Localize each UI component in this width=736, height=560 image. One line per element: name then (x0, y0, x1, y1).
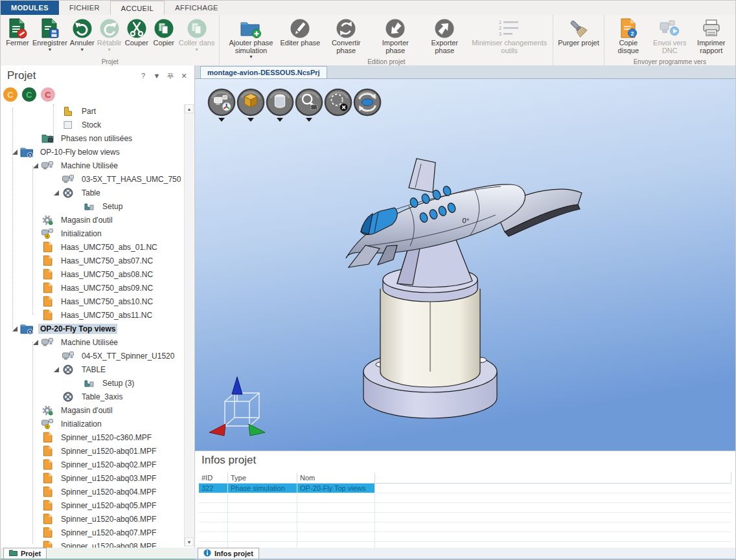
tree-item-op-10-fly-below-views[interactable]: 5OP-10-Fly below views (1, 145, 185, 159)
expand-arrow[interactable] (30, 340, 40, 345)
tree-item-label: TABLE (80, 364, 108, 375)
tree-item-spinner-u1520-abq07-mpf[interactable]: Spinner_u1520-abq07.MPF (1, 526, 185, 539)
purger-projet-button[interactable]: Purger projet (557, 16, 601, 48)
expand-arrow[interactable] (10, 326, 19, 331)
cell-type: Phase simulation (228, 484, 297, 493)
tree-item-table[interactable]: Table (1, 186, 185, 199)
selection-clear-icon (324, 88, 352, 117)
tab-affichage[interactable]: AFFICHAGE (165, 1, 229, 15)
tree-item-haas-umc750-abs08-nc[interactable]: Haas_UMC750_abs08.NC (1, 267, 185, 281)
infos-dock-tabbar: Infos projet (195, 548, 736, 560)
scroll-down-button[interactable]: ▼ (185, 537, 194, 546)
tree-item-spinner-u1520-abq01-mpf[interactable]: Spinner_u1520-abq01.MPF (1, 444, 185, 458)
tree-item-initialization[interactable]: Initialization (1, 227, 185, 240)
copie-disque-button[interactable]: 2Copie disque (608, 16, 649, 55)
machine-display-button[interactable] (207, 88, 236, 122)
tree-item-haas-umc750-abs09-nc[interactable]: Haas_UMC750_abs09.NC (1, 281, 185, 295)
envoi-vers-dnc-label: Envoi vers DNC (650, 39, 689, 54)
tree-item-stock[interactable]: Stock (1, 118, 185, 131)
tree-item-setup-3[interactable]: Setup (3) (1, 376, 185, 390)
tree-item-03-5x-tt-haas-umc-750[interactable]: 03-5X_TT_HAAS_UMC_750 (1, 172, 185, 186)
red-c-button[interactable]: C (41, 87, 55, 102)
table-empty-row (199, 522, 731, 532)
dropdown-arrow-icon[interactable] (247, 118, 254, 122)
expand-arrow[interactable] (51, 367, 61, 372)
refresh-view-button[interactable] (352, 88, 382, 122)
annuler-button[interactable]: Annuler▼ (69, 16, 96, 52)
couper-button[interactable]: Couper (123, 16, 150, 48)
zoom-tools-button[interactable] (294, 88, 323, 122)
tree-item-haas-umc750-abs-01-nc[interactable]: Haas_UMC750_abs_01.NC (1, 240, 185, 254)
stock-cylinder-display-button[interactable] (265, 88, 294, 122)
chevron-down-icon[interactable]: ▼ (153, 72, 161, 80)
tree-item-haas-umc750-abs10-nc[interactable]: Haas_UMC750_abs10.NC (1, 295, 185, 308)
tree-item-part[interactable]: Part (1, 104, 185, 118)
table-icon (61, 392, 75, 402)
tree-item-initialization[interactable]: Initialization (1, 417, 185, 431)
tree-item-setup[interactable]: Setup (1, 199, 185, 213)
scroll-up-button[interactable]: ▲ (185, 104, 194, 113)
stock-cube-display-button[interactable] (236, 88, 265, 122)
selection-clear-button[interactable] (323, 88, 352, 122)
tab-fichier[interactable]: FICHIER (59, 1, 110, 15)
ribbon-group-misc: Purger projet (553, 15, 604, 65)
convertir-phase-button[interactable]: Convertir phase (321, 16, 371, 55)
expand-arrow[interactable] (51, 190, 61, 196)
tree-item-label: Haas_UMC750_abs10.NC (59, 297, 155, 307)
3d-viewport[interactable]: 0° (195, 79, 736, 451)
enregistrer-button[interactable]: Enregistrer▼ (31, 16, 69, 52)
help-icon[interactable]: ? (139, 72, 147, 80)
infos-dock-tab[interactable]: Infos projet (198, 548, 259, 559)
editer-phase-button[interactable]: Editer phase (279, 16, 321, 48)
tree-item-spinner-u1520-abq05-mpf[interactable]: Spinner_u1520-abq05.MPF (1, 498, 185, 512)
tree-item-label: Table_3axis (80, 392, 124, 402)
tree-item-spinner-u1520-abq03-mpf[interactable]: Spinner_u1520-abq03.MPF (1, 471, 185, 485)
ajouter-phase-simulation-button[interactable]: Ajouter phase simulation▼ (223, 16, 279, 60)
pin-icon[interactable]: 푸 (167, 72, 174, 80)
tree-item-magasin-d-outil[interactable]: Magasin d'outil (1, 403, 185, 417)
table-row[interactable]: 322Phase simulationOP-20-Fly Top views (199, 484, 731, 493)
tree-item-spinner-u1520-abq08-mpf[interactable]: Spinner_u1520-abq08.MPF (1, 539, 185, 548)
expand-arrow[interactable] (10, 150, 19, 155)
document-tab[interactable]: montage-avion-DESSOUS.NcsPrj (200, 66, 327, 78)
close-icon[interactable]: ✕ (180, 72, 188, 80)
tree-item-haas-umc750-abs07-nc[interactable]: Haas_UMC750_abs07.NC (1, 254, 185, 267)
project-dock-tabbar: Projet (1, 548, 195, 560)
imprimer-rapport-button[interactable]: Imprimer rapport (691, 16, 732, 55)
green-c-button[interactable]: C (22, 87, 36, 102)
tree-item-label: Spinner_u1520-abq04.MPF (59, 487, 158, 497)
orange-c-button[interactable]: C (3, 87, 17, 102)
column-header-id[interactable]: #ID (199, 473, 228, 484)
tree-item-phases-non-utilisees[interactable]: Phases non utilisées (1, 131, 185, 145)
ajouter-phase-simulation-label: Ajouter phase simulation (224, 39, 277, 54)
tree-item-04-5x-tt-spinner-u1520[interactable]: 04-5X_TT_Spinner_U1520 (1, 349, 185, 363)
tree-item-spinner-u1520-abq04-mpf[interactable]: Spinner_u1520-abq04.MPF (1, 485, 185, 498)
tree-item-label: Magasin d'outil (59, 405, 115, 416)
tree-item-op-20-fly-top-views[interactable]: 5OP-20-Fly Top views (1, 322, 185, 335)
tree-item-machine-utilisee[interactable]: Machine Utilisée (1, 159, 185, 172)
tree-item-magasin-d-outil[interactable]: Magasin d'outil (1, 213, 185, 227)
expand-arrow-icon (54, 367, 59, 372)
project-dock-tab[interactable]: Projet (3, 548, 47, 559)
dropdown-arrow-icon[interactable] (218, 118, 225, 122)
tree-item-spinner-u1520-abq02-mpf[interactable]: Spinner_u1520-abq02.MPF (1, 458, 185, 471)
exporter-phase-button[interactable]: Exporter phase (420, 16, 469, 55)
tree-item-haas-umc750-abs11-nc[interactable]: Haas_UMC750_abs11.NC (1, 308, 185, 322)
tree-item-table[interactable]: TABLE (1, 363, 185, 376)
tab-accueil[interactable]: ACCUEIL (110, 1, 165, 15)
column-header-nom[interactable]: Nom (297, 473, 375, 484)
importer-phase-button[interactable]: Importer phase (371, 16, 420, 55)
dropdown-arrow-icon[interactable] (277, 118, 283, 122)
nc-file-icon (40, 296, 54, 307)
tree-item-machine-utilisee[interactable]: Machine Utilisée (1, 335, 185, 349)
column-header-type[interactable]: Type (228, 473, 297, 484)
fermer-button[interactable]: Fermer (4, 16, 31, 48)
expand-arrow[interactable] (30, 163, 40, 168)
tab-modules[interactable]: MODULES (1, 1, 59, 15)
tree-item-spinner-u1520-abq06-mpf[interactable]: Spinner_u1520-abq06.MPF (1, 512, 185, 526)
copier-button[interactable]: Copier (150, 16, 178, 48)
tree-scrollbar[interactable]: ▲ ▼ (184, 104, 194, 546)
tree-item-spinner-u1520-c360-mpf[interactable]: Spinner_u1520-c360.MPF (1, 431, 185, 444)
dropdown-arrow-icon[interactable] (306, 118, 312, 122)
tree-item-table-3axis[interactable]: Table_3axis (1, 390, 185, 403)
